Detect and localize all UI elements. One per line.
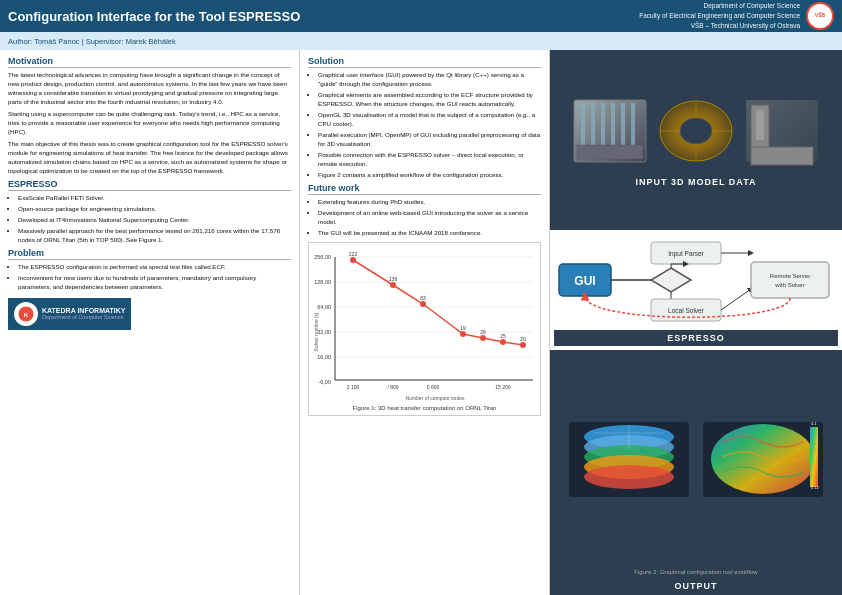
svg-text:0 600: 0 600 [427, 384, 440, 390]
svg-rect-45 [751, 147, 813, 165]
logo-sub: Department of Computer Science [42, 314, 125, 320]
logo-area: K KATEDRA INFORMATIKY Department of Comp… [8, 298, 291, 330]
svg-text:Local Solver: Local Solver [668, 307, 705, 314]
svg-text:4.1: 4.1 [811, 421, 817, 426]
input-3d-label: INPUT 3D MODEL DATA [550, 173, 842, 191]
espresso-item-4: Massively parallel approach for the best… [18, 227, 291, 245]
svg-text:0.12: 0.12 [811, 485, 820, 490]
output-3d-image [564, 417, 694, 502]
motivation-p1: The latest technological advances in com… [8, 71, 291, 107]
motivation-title: Motivation [8, 56, 291, 68]
svg-text:256,00: 256,00 [314, 254, 331, 260]
vsb-logo: VŠB [806, 2, 834, 30]
future-list: Extending features during PhD studies. D… [318, 198, 541, 238]
header-right: Department of Computer Science Faculty o… [639, 1, 834, 30]
svg-text:25: 25 [500, 333, 506, 339]
svg-text:15 200: 15 200 [495, 384, 511, 390]
svg-rect-34 [621, 103, 625, 148]
middle-column: Solution Graphical user interface (GUI) … [300, 50, 550, 595]
problem-list: The ESPRESSO configuration is performed … [18, 263, 291, 292]
svg-point-69 [584, 465, 674, 489]
page-title: Configuration Interface for the Tool ESP… [8, 9, 300, 24]
espresso-workflow-label: ESPRESSO [554, 330, 838, 346]
espresso-item-2: Open-source package for engineering simu… [18, 205, 291, 214]
bracket-image [741, 95, 823, 167]
svg-text:2 100: 2 100 [347, 384, 360, 390]
header: Configuration Interface for the Tool ESP… [0, 0, 842, 32]
left-column: Motivation The latest technological adva… [0, 50, 300, 595]
svg-rect-61 [751, 262, 829, 298]
chart-point-7 [520, 342, 526, 348]
solution-item-1: Graphical user interface (GUI) powered b… [318, 71, 541, 89]
svg-text:Number of compute nodes: Number of compute nodes [406, 395, 465, 401]
main-content: Motivation The latest technological adva… [0, 50, 842, 595]
motivation-p3: The main objective of this thesis was to… [8, 140, 291, 176]
svg-text:83: 83 [420, 295, 426, 301]
svg-text:32,00: 32,00 [317, 329, 331, 335]
solution-item-6: Figure 2 contains a simplified workflow … [318, 171, 541, 180]
espresso-list: ExaScale PaRallel FETI Solver. Open-sour… [18, 194, 291, 245]
problem-item-1: The ESPRESSO configuration is performed … [18, 263, 291, 272]
dept-info: Department of Computer Science Faculty o… [639, 1, 800, 30]
logo-box: K KATEDRA INFORMATIKY Department of Comp… [8, 298, 131, 330]
solution-item-5: Possible connection with the ESPRESSO so… [318, 151, 541, 169]
svg-rect-35 [631, 103, 635, 148]
solution-item-2: Graphical elements are assembled accordi… [318, 91, 541, 109]
future-title: Future work [308, 183, 541, 195]
logo-circle: K [14, 302, 38, 326]
espresso-title: ESPRESSO [8, 179, 291, 191]
svg-text:with Solver: with Solver [774, 282, 804, 288]
solution-item-4: Parallel execution (MPI, OpenMP) of GUI … [318, 131, 541, 149]
espresso-item-1: ExaScale PaRallel FETI Solver. [18, 194, 291, 203]
output-label: OUTPUT [550, 577, 842, 595]
future-item-1: Extending features during PhD studies. [318, 198, 541, 207]
workflow-section: GUI Input Parser Local Solver [550, 230, 842, 350]
svg-text:GUI: GUI [574, 274, 595, 288]
svg-rect-32 [601, 103, 605, 148]
solution-title: Solution [308, 56, 541, 68]
svg-text:20: 20 [520, 336, 526, 342]
model-images [563, 89, 829, 173]
svg-text:29: 29 [480, 329, 486, 335]
svg-rect-30 [581, 103, 585, 148]
svg-rect-74 [810, 427, 818, 487]
svg-rect-36 [577, 145, 643, 159]
output-heat-image: 4.1 0.12 [698, 417, 828, 502]
svg-text:-6,00: -6,00 [318, 379, 331, 385]
svg-text:K: K [24, 312, 29, 318]
svg-marker-50 [651, 268, 691, 292]
dept-line2: Faculty of Electrical Engineering and Co… [639, 11, 800, 21]
svg-text:19: 19 [460, 325, 466, 331]
svg-text:222: 222 [349, 251, 358, 257]
output-section: 4.1 0.12 Figure 2: Graphical configurati… [550, 350, 842, 595]
chart-point-5 [480, 335, 486, 341]
chart-container: 256,00 128,00 64,00 32,00 16,00 -6,00 So… [308, 242, 541, 416]
svg-text:64,00: 64,00 [317, 304, 331, 310]
svg-point-38 [680, 118, 712, 144]
svg-text:136: 136 [389, 276, 398, 282]
input-section: INPUT 3D MODEL DATA [550, 50, 842, 230]
right-column: INPUT 3D MODEL DATA GUI Input Parser [550, 50, 842, 595]
espresso-item-3: Developed at IT4Innovations National Sup… [18, 216, 291, 225]
svg-rect-31 [591, 103, 595, 148]
chart-point-6 [500, 339, 506, 345]
svg-text:Input Parser: Input Parser [668, 250, 704, 258]
problem-title: Problem [8, 248, 291, 260]
performance-chart: 256,00 128,00 64,00 32,00 16,00 -6,00 So… [313, 247, 547, 402]
svg-text:Solver runtime [s]: Solver runtime [s] [313, 312, 319, 352]
future-item-2: Development of an online web-based GUI i… [318, 209, 541, 227]
future-item-3: The GUI will be presented at the ICNAAM … [318, 229, 541, 238]
figure2-caption: Figure 2: Graphical configuration tool w… [634, 569, 757, 577]
logo-name: KATEDRA INFORMATIKY [42, 307, 125, 314]
chart-point-1 [350, 257, 356, 263]
svg-text:/ 800: / 800 [387, 384, 398, 390]
dept-line1: Department of Computer Science [639, 1, 800, 11]
katedra-logo-icon: K [17, 305, 35, 323]
chart-point-3 [420, 301, 426, 307]
workflow-diagram: GUI Input Parser Local Solver [551, 234, 841, 330]
chart-point-4 [460, 331, 466, 337]
svg-text:Remote Server: Remote Server [770, 273, 810, 279]
solution-list: Graphical user interface (GUI) powered b… [318, 71, 541, 180]
torus-image [655, 95, 737, 167]
svg-text:16,00: 16,00 [317, 354, 331, 360]
